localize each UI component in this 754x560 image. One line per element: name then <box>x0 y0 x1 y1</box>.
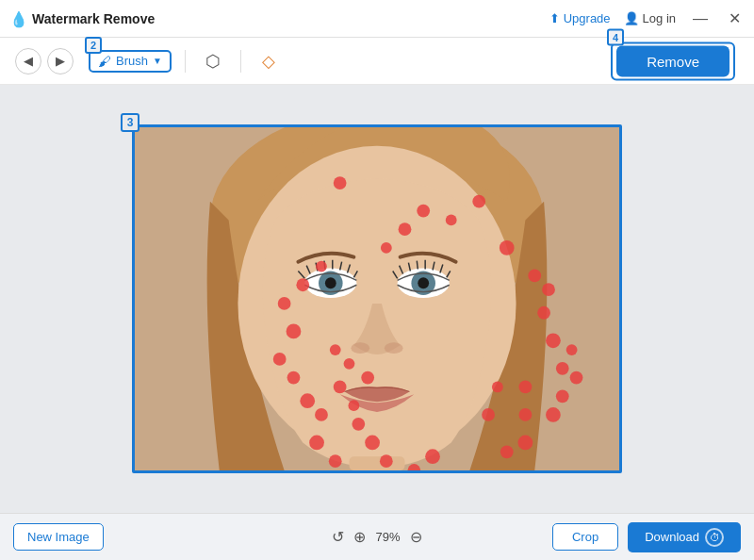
svg-point-5 <box>325 277 336 288</box>
undo-button[interactable]: ◀ <box>15 48 41 74</box>
brush-button[interactable]: 🖌 Brush ▼ <box>98 54 162 69</box>
brush-label: Brush <box>116 54 148 68</box>
step4-badge: 4 <box>607 28 624 45</box>
brush-tool-group: 🖌 Brush ▼ <box>89 50 172 73</box>
rotate-button[interactable]: ↺ <box>332 528 344 546</box>
step2-badge: 2 <box>85 37 102 54</box>
undo-icon: ◀ <box>24 54 33 68</box>
app-icon: 💧 <box>9 10 26 27</box>
login-label: Log in <box>643 11 676 25</box>
login-button[interactable]: 👤 Log in <box>624 11 676 25</box>
svg-rect-11 <box>349 456 404 470</box>
brush-icon: 🖌 <box>98 54 111 69</box>
new-image-button[interactable]: New Image <box>13 523 104 551</box>
erase-icon: ◇ <box>262 51 275 72</box>
upgrade-button[interactable]: ⬆ Upgrade <box>549 11 611 25</box>
upgrade-label: Upgrade <box>564 11 611 25</box>
remove-button[interactable]: Remove <box>616 45 729 76</box>
zoom-value: 79% <box>375 530 400 544</box>
tool-separator-1 <box>185 50 186 73</box>
redo-icon: ▶ <box>56 54 65 68</box>
bottom-left: New Image <box>13 523 104 551</box>
face-image-container[interactable] <box>132 124 622 473</box>
main-area: 3 <box>0 85 754 513</box>
svg-point-8 <box>418 277 429 288</box>
title-left: 💧 Watermark Remove <box>9 10 155 27</box>
erase-button[interactable]: ◇ <box>254 47 283 75</box>
tool-separator-2 <box>240 50 241 73</box>
svg-point-9 <box>351 342 369 354</box>
minimize-button[interactable]: — <box>689 10 712 27</box>
svg-point-10 <box>385 342 403 354</box>
close-button[interactable]: ✕ <box>725 9 745 27</box>
zoom-out-button[interactable]: ⊖ <box>410 528 422 546</box>
bottom-bar: New Image ↺ ⊕ 79% ⊖ Crop Download ⏱ <box>0 513 754 560</box>
step3-badge: 3 <box>121 113 139 132</box>
toolbar: ◀ ▶ 2 🖌 Brush ▼ ⬡ ◇ 4 Remove <box>0 38 754 85</box>
redo-button[interactable]: ▶ <box>47 48 74 74</box>
download-label: Download <box>645 530 699 544</box>
upgrade-icon: ⬆ <box>549 11 560 25</box>
bottom-center: ↺ ⊕ 79% ⊖ <box>332 528 421 546</box>
lasso-icon: ⬡ <box>205 51 221 72</box>
face-image <box>135 127 619 470</box>
user-icon: 👤 <box>624 11 639 25</box>
crop-button[interactable]: Crop <box>552 523 618 551</box>
canvas-wrap: 3 <box>132 124 622 473</box>
zoom-in-button[interactable]: ⊕ <box>353 528 366 546</box>
title-bar: 💧 Watermark Remove ⬆ Upgrade 👤 Log in — … <box>0 0 754 38</box>
brush-dropdown-icon: ▼ <box>153 56 162 66</box>
lasso-button[interactable]: ⬡ <box>199 47 227 75</box>
bottom-right: Crop Download ⏱ <box>552 522 741 552</box>
title-right: ⬆ Upgrade 👤 Log in — ✕ <box>549 9 745 27</box>
download-icon: ⏱ <box>705 528 724 547</box>
download-button[interactable]: Download ⏱ <box>628 522 741 552</box>
nav-group: ◀ ▶ <box>15 48 74 74</box>
app-title: Watermark Remove <box>32 11 155 26</box>
